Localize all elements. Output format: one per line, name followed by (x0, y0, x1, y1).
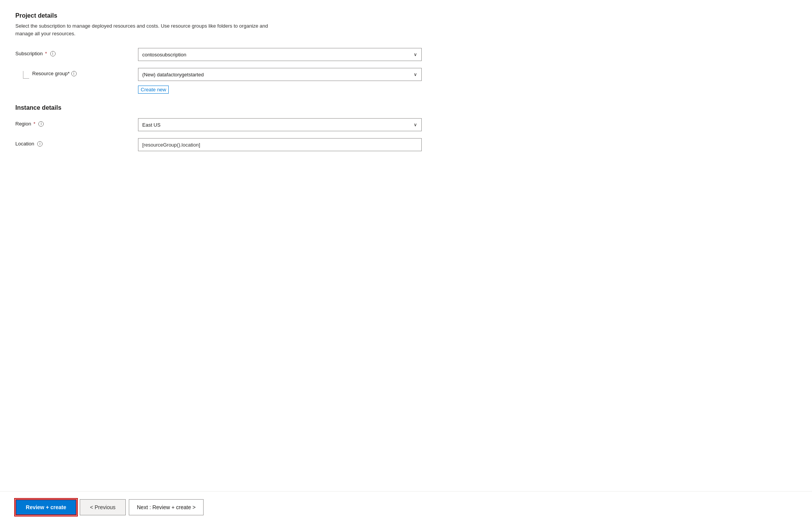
region-select[interactable]: East US (138, 118, 422, 131)
region-info-icon[interactable]: i (38, 121, 44, 127)
region-label: Region * i (15, 118, 138, 127)
create-new-box: Create new (138, 83, 169, 94)
resource-group-info-icon[interactable]: i (71, 71, 77, 76)
resource-group-control: (New) datafactorygetstarted Create new (138, 68, 422, 94)
project-details-description: Select the subscription to manage deploy… (15, 22, 284, 37)
subscription-row: Subscription * i contososubscription (15, 48, 445, 61)
region-control: East US (138, 118, 422, 131)
subscription-info-icon[interactable]: i (50, 51, 56, 56)
resource-group-select[interactable]: (New) datafactorygetstarted (138, 68, 422, 81)
subscription-label: Subscription * i (15, 48, 138, 56)
create-new-link[interactable]: Create new (138, 86, 169, 94)
instance-details-section: Instance details Region * i East US Loca… (15, 104, 445, 151)
location-info-icon[interactable]: i (37, 141, 43, 147)
region-required: * (33, 121, 35, 127)
region-select-wrapper: East US (138, 118, 422, 131)
resource-group-required: * (68, 71, 70, 76)
resource-group-label-container: Resource group * i (15, 68, 138, 79)
previous-button[interactable]: < Previous (80, 499, 126, 515)
location-control (138, 138, 422, 151)
next-button[interactable]: Next : Review + create > (129, 499, 204, 515)
review-create-button[interactable]: Review + create (15, 499, 77, 515)
project-details-section: Project details Select the subscription … (15, 12, 445, 94)
resource-group-select-wrapper: (New) datafactorygetstarted (138, 68, 422, 81)
subscription-control: contososubscription (138, 48, 422, 61)
location-label: Location i (15, 138, 138, 147)
location-input[interactable] (138, 138, 422, 151)
project-details-title: Project details (15, 12, 445, 19)
subscription-select-wrapper: contososubscription (138, 48, 422, 61)
footer: Review + create < Previous Next : Review… (0, 491, 812, 523)
resource-group-label: Resource group * i (32, 68, 140, 76)
main-content: Project details Select the subscription … (0, 0, 460, 523)
indent-connector (23, 71, 29, 79)
region-row: Region * i East US (15, 118, 445, 131)
location-row: Location i (15, 138, 445, 151)
instance-details-title: Instance details (15, 104, 445, 111)
subscription-select[interactable]: contososubscription (138, 48, 422, 61)
resource-group-row: Resource group * i (New) datafactorygets… (15, 68, 445, 94)
subscription-required: * (45, 51, 47, 56)
